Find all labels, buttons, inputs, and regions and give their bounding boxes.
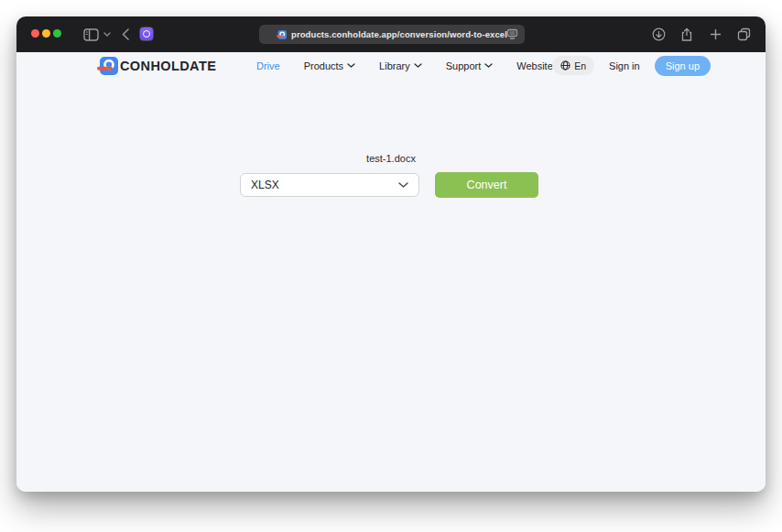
globe-icon (560, 60, 570, 71)
main-nav: Drive Products Library Support Websites (256, 52, 570, 79)
tab-overview-icon (737, 27, 751, 41)
convert-controls: XLSX Convert (240, 172, 538, 198)
browser-titlebar: products.conholdate.app/conversion/word-… (16, 16, 766, 52)
format-select-value: XLSX (251, 179, 279, 191)
nav-label: Support (446, 60, 482, 71)
chevron-down-icon (398, 182, 408, 188)
chevron-down-icon (347, 63, 355, 68)
zoom-window-button[interactable] (53, 29, 61, 38)
uploaded-filename: test-1.docx (16, 153, 766, 164)
tab-overview-button[interactable] (733, 16, 754, 52)
nav-label: Library (379, 60, 410, 71)
nav-label: Drive (256, 60, 280, 71)
download-icon (652, 27, 666, 41)
chevron-down-icon (103, 32, 111, 37)
sign-in-button[interactable]: Sign in (609, 60, 640, 71)
back-button[interactable] (117, 16, 134, 52)
new-tab-button[interactable] (705, 16, 725, 52)
nav-item-products[interactable]: Products (304, 60, 355, 71)
chevron-down-icon (484, 63, 493, 68)
sign-up-button[interactable]: Sign up (655, 56, 711, 76)
language-button[interactable]: En (552, 56, 594, 75)
language-label: En (574, 60, 586, 71)
reader-icon (506, 28, 518, 40)
nav-label: Products (304, 60, 343, 71)
reader-button[interactable] (506, 28, 518, 40)
convert-button[interactable]: Convert (435, 172, 538, 198)
logo-text: CONHOLDATE (120, 59, 216, 73)
back-icon (122, 28, 129, 40)
chevron-down-icon (414, 63, 422, 68)
minimize-window-button[interactable] (42, 29, 50, 38)
share-icon (680, 27, 693, 42)
nav-item-library[interactable]: Library (379, 60, 422, 71)
format-select[interactable]: XLSX (240, 173, 419, 197)
downloads-button[interactable] (648, 16, 668, 52)
extension-glyph (143, 30, 150, 38)
url-text: products.conholdate.app/conversion/word-… (291, 29, 507, 39)
site-favicon (277, 30, 287, 39)
sidebar-toggle-button[interactable] (81, 16, 101, 52)
titlebar-right-buttons (648, 16, 754, 52)
conholdate-logo[interactable]: CONHOLDATE (97, 55, 216, 76)
new-tab-icon (710, 28, 722, 40)
conholdate-logo-icon (97, 57, 118, 75)
browser-window: products.conholdate.app/conversion/word-… (16, 16, 766, 492)
sidebar-chevron-button[interactable] (101, 16, 114, 52)
nav-item-support[interactable]: Support (446, 60, 494, 71)
nav-item-drive[interactable]: Drive (256, 60, 280, 71)
sidebar-icon (83, 28, 99, 41)
address-bar[interactable]: products.conholdate.app/conversion/word-… (259, 25, 525, 44)
header-actions: En Sign in Sign up (552, 52, 711, 79)
share-button[interactable] (677, 16, 697, 52)
extension-app-icon[interactable] (139, 27, 154, 41)
page-content: CONHOLDATE Drive Products Library Suppor… (16, 52, 766, 492)
close-window-button[interactable] (31, 29, 39, 38)
